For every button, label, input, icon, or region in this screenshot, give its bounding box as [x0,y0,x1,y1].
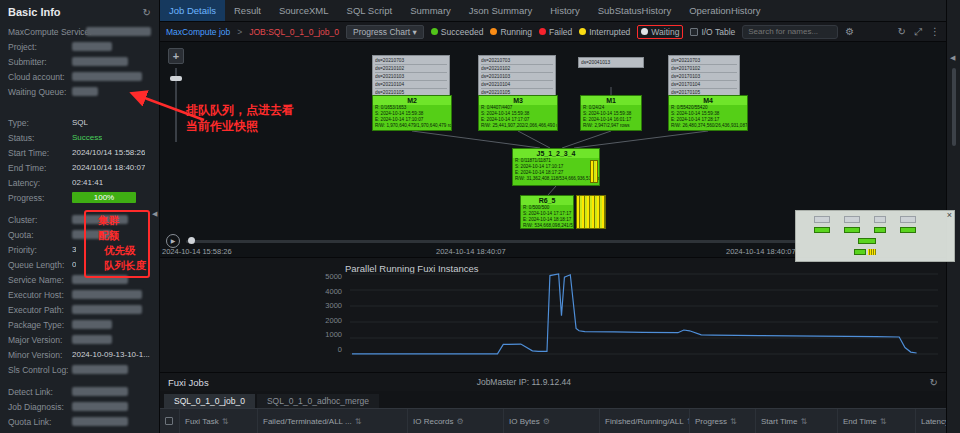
field-label: Project: [8,42,72,52]
column-io-records[interactable]: IO Records⚙ [408,409,504,433]
field-row-waiting-queue: Waiting Queue: [8,85,151,98]
field-value: 2024/10/14 15:58:26 [72,148,145,157]
breadcrumb-job: JOB:SQL_0_1_0_job_0 [249,27,339,37]
minimap-node [874,227,886,233]
timeline-track[interactable] [186,240,800,243]
column-finished-running-all[interactable]: Finished/Running/ALL⇅ [600,409,690,433]
dag-node-r6[interactable]: R6_5 R: 0/500/500S: 2024-10-14 17:17:17E… [520,195,574,229]
running-dot-icon [490,28,497,35]
field-row: Service Name: [8,273,151,286]
tab-history[interactable]: History [541,0,589,21]
chart-plot-area [350,270,938,358]
field-row: Quota: [8,228,151,241]
search-input[interactable] [742,25,838,39]
basic-info-panel: Basic Info ↻ MaxCompute Service: Project… [0,0,160,433]
field-label: Submitter: [8,57,72,67]
column-fuxi-task[interactable]: Fuxi Task⇅ [180,409,258,433]
fuxi-refresh-icon[interactable]: ↻ [930,377,938,388]
dag-source-table[interactable]: ds=20210703ds=20170102ds=20170103ds=2017… [668,55,740,98]
kebab-menu-icon[interactable]: ⋮ [930,26,940,37]
column-start-time[interactable]: Start Time⇅ [756,409,838,433]
annotation-cluster: 集群 [98,214,119,228]
progress-chart-button[interactable]: Progress Chart ▾ [346,25,424,39]
close-icon[interactable]: × [947,210,952,220]
timeline-handle[interactable] [188,237,195,244]
logview-app: Basic Info ↻ MaxCompute Service: Project… [0,0,960,433]
tab-json-summary[interactable]: Json Summary [460,0,541,21]
column-end-time[interactable]: End Time⇅ [838,409,916,433]
field-row: Latency:02:41:41 [8,176,151,189]
dag-refresh-icon[interactable]: ↻ [898,26,906,37]
dag-source-table[interactable]: ds=20041013 [578,57,644,68]
dag-node-m4[interactable]: M4 R: 0/55420/55420S: 2024-10-14 15:59:3… [668,95,748,131]
legend-running[interactable]: Running [490,27,532,37]
fuxi-tab-adhoc-merge[interactable]: SQL_0_1_0_adhoc_merge [257,394,379,408]
select-all-checkbox[interactable] [165,417,173,425]
tab-sourcexml[interactable]: SourceXML [270,0,338,21]
dag-source-table[interactable]: ds=20210703ds=20210102ds=20210103ds=2021… [372,55,450,98]
field-label: Start Time: [8,148,72,158]
play-button[interactable]: ▶ [166,234,180,248]
dag-node-m3[interactable]: M3 R: 0/4407/4407S: 2024-10-14 15:59:38E… [478,95,558,131]
timeline-end-label: 2024-10-14 18:40:07 [726,247,796,256]
dag-source-table[interactable]: ds=20210703ds=20210102ds=20210103ds=2021… [478,55,556,98]
dag-node-j5[interactable]: J5_1_2_3_4 R: 0/11871/11871S: 2024-10-14… [512,148,600,186]
legend-succeeded[interactable]: Succeeded [431,27,484,37]
redacted-value[interactable] [72,87,98,96]
minimap-node [900,227,916,233]
redacted-link[interactable] [72,402,128,411]
column-io-bytes[interactable]: IO Bytes⚙ [504,409,600,433]
fuxi-jobs-title: Fuxi Jobs [168,377,209,388]
pan-move-icon[interactable]: + [168,48,184,64]
column-latency[interactable]: Latency⇅ [916,409,946,433]
collapse-left-icon[interactable]: ◀ [950,54,955,62]
field-row: Sls Control Log: [8,363,151,376]
jobmaster-ip: JobMaster IP: 11.9.12.44 [477,377,571,387]
tab-job-details[interactable]: Job Details [160,0,225,21]
field-value: SQL [72,118,88,127]
redacted-value [72,57,128,66]
column-failed-terminated-all[interactable]: Failed/Terminated/ALL ...⇅ [258,409,408,433]
sidebar-collapse-arrow-icon[interactable]: ◀ [152,210,157,218]
fuxi-tab-job0[interactable]: SQL_0_1_0_job_0 [164,394,255,408]
dag-node-m2[interactable]: M2 R: 0/1653/1653S: 2024-10-14 15:59:38E… [372,95,452,131]
settings-gear-icon[interactable]: ⚙ [845,26,854,37]
io-table-toggle[interactable]: I/O Table [690,27,735,37]
field-label: Status: [8,133,72,143]
field-row: Project: [8,40,151,53]
refresh-icon[interactable]: ↻ [143,7,151,18]
redacted-value [72,365,128,374]
node-title: M3 [479,96,557,105]
legend-failed[interactable]: Failed [539,27,572,37]
tab-substatushistory[interactable]: SubStatusHistory [589,0,680,21]
top-tab-bar: Job Details Result SourceXML SQL Script … [160,0,946,22]
minimap-node [814,227,830,233]
fuxi-jobs-section: Fuxi Jobs JobMaster IP: 11.9.12.44 ↻ SQL… [160,373,946,433]
field-label: Cluster: [8,215,72,225]
tab-result[interactable]: Result [225,0,270,21]
fullscreen-icon[interactable]: ⤢ [914,26,922,38]
legend-interrupted[interactable]: Interrupted [579,27,630,37]
tab-summary[interactable]: Summary [401,0,460,21]
zoom-slider-handle[interactable] [170,76,182,81]
field-value: 2024-10-09-13-10-1... [72,350,150,359]
field-label: Service Name: [8,275,72,285]
column-progress[interactable]: Progress⇅ [690,409,756,433]
io-table-checkbox[interactable] [690,28,698,36]
field-label: Queue Length: [8,260,72,270]
redacted-link[interactable] [72,417,128,426]
field-label: Job Diagnosis: [8,402,72,412]
field-value: 3 [72,245,76,254]
timeline-current-label: 2024-10-14 18:40:07 [436,247,506,256]
failed-dot-icon [539,28,546,35]
minimap-node [814,216,830,223]
dag-node-m1[interactable]: M1 R: 0/24/24S: 2024-10-14 15:59:38E: 20… [580,95,642,131]
tab-sql-script[interactable]: SQL Script [338,0,402,21]
breadcrumb-root[interactable]: MaxCompute job [166,27,230,37]
tab-operationhistory[interactable]: OperationHistory [680,0,769,21]
dag-minimap[interactable]: × [795,210,955,262]
redacted-link[interactable] [72,387,128,396]
node-title: M1 [581,96,641,105]
scrollbar-thumb[interactable] [952,68,956,146]
legend-waiting[interactable]: Waiting [637,25,683,39]
